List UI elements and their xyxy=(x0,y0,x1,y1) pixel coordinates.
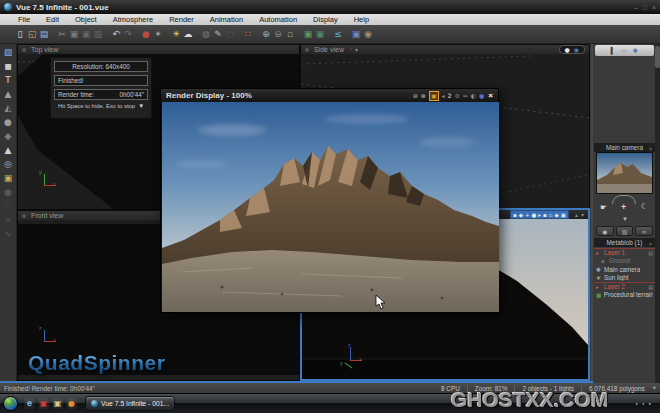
compare-icon[interactable]: ◐ xyxy=(471,92,476,100)
camera-toolbar-icon[interactable]: ◆ xyxy=(555,212,559,218)
save-file-icon[interactable]: ▤ xyxy=(38,28,50,41)
tray-icon-1[interactable]: ▪ xyxy=(636,395,638,413)
tree-item-action-icon[interactable]: ▤ xyxy=(648,284,653,290)
fit-view-icon[interactable]: ▣ xyxy=(429,91,439,101)
layers-icon[interactable]: ≤ xyxy=(332,28,344,41)
menu-item[interactable]: Help xyxy=(346,14,377,25)
menu-item[interactable]: Display xyxy=(305,14,346,25)
camera-toolbar-icon[interactable]: ▸ xyxy=(538,212,541,218)
terrain-tool-icon[interactable]: ▲ xyxy=(2,88,15,101)
orbit-mode-icon[interactable]: ◉ xyxy=(596,226,614,236)
loupe-icon[interactable]: ⊙ xyxy=(455,92,460,100)
close-icon[interactable]: × xyxy=(488,91,493,100)
scrollbar-thumb[interactable] xyxy=(655,46,660,68)
planet-tool-icon[interactable]: ◎ xyxy=(2,158,15,171)
zoom-mode-icon[interactable]: ∞ xyxy=(635,226,653,236)
open-file-icon[interactable]: ◱ xyxy=(26,28,38,41)
player-icon[interactable]: ● xyxy=(66,398,77,409)
rendered-image[interactable] xyxy=(162,102,499,312)
menu-item[interactable]: Render xyxy=(161,14,202,25)
camera-toolbar-icon[interactable]: ▪ xyxy=(543,212,547,218)
frame-mode-icon[interactable]: ▍ xyxy=(611,47,616,55)
planet-options-icon[interactable]: ◍ xyxy=(200,28,212,41)
tree-item-procedural-terrain[interactable]: ▦ Procedural terrain xyxy=(594,291,655,300)
display-options-icon[interactable]: ▣ xyxy=(350,28,362,41)
taskbar-app-button[interactable]: Vue 7.5 Infinite - 001... xyxy=(85,396,175,411)
scroll-down-icon[interactable]: ▾ xyxy=(581,211,584,218)
metablob-tool-icon[interactable]: ▣ xyxy=(2,172,15,185)
link-tool-disabled-icon[interactable]: ∞ xyxy=(2,214,15,227)
folder-icon[interactable]: ▣ xyxy=(52,398,63,409)
drop-object-icon[interactable]: ● xyxy=(140,28,152,41)
camera-toolbar-icon[interactable]: ▣ xyxy=(561,212,566,218)
cone-tool-icon[interactable]: ▲ xyxy=(2,144,15,157)
hand-tool-icon[interactable]: ☛ xyxy=(600,203,607,212)
zoom-in-icon[interactable]: ⊕ xyxy=(260,28,272,41)
tray-icon-3[interactable]: ▪ xyxy=(649,395,651,413)
browser-icon[interactable]: e xyxy=(24,398,35,409)
image-count-label[interactable]: 2 xyxy=(448,92,452,100)
tree-item-sun-light[interactable]: ☀ Sun light xyxy=(594,274,655,283)
menu-item[interactable]: Atmosphere xyxy=(105,14,161,25)
rock-tool-icon[interactable]: ● xyxy=(2,116,15,129)
bone-tool-disabled-icon[interactable]: ∿ xyxy=(2,228,15,241)
snapshot-icon[interactable]: ▫ xyxy=(284,28,296,41)
save-render-icon[interactable]: ● xyxy=(479,92,484,100)
menu-item[interactable]: Edit xyxy=(38,14,67,25)
terrain-edit-tool-icon[interactable]: ◭ xyxy=(2,102,15,115)
zoom-in-icon[interactable]: ⊕ xyxy=(421,92,426,100)
view-option-icon[interactable]: ◦ xyxy=(350,46,352,53)
gem-display-icon[interactable]: ❖ xyxy=(632,47,638,55)
collapse-arrow-icon[interactable]: ▼ xyxy=(138,103,144,109)
tree-item-layer1[interactable]: ▸ Layer 1 ▤ xyxy=(594,248,655,257)
render-area-icon[interactable]: ▣ xyxy=(314,28,326,41)
camera-pill-button[interactable]: ●◉ xyxy=(559,45,586,54)
duplicate-icon[interactable]: ▣ xyxy=(80,28,92,41)
render-display-titlebar[interactable]: Render Display - 100% ⊖⊕▣◂2⊙↔◐● × xyxy=(161,89,498,102)
material-editor-icon[interactable]: ✎ xyxy=(212,28,224,41)
copy-icon[interactable]: ▣ xyxy=(68,28,80,41)
redo-icon[interactable]: ↷ xyxy=(122,28,134,41)
camera-toolbar-icon[interactable]: ● xyxy=(531,212,536,218)
zoom-out-icon[interactable]: ⊖ xyxy=(272,28,284,41)
text-tool-icon[interactable]: T xyxy=(2,74,15,87)
pan-icon[interactable]: ↔ xyxy=(463,92,468,100)
select-tool-icon[interactable]: ▧ xyxy=(2,46,15,59)
orbit-icon[interactable]: ☾ xyxy=(641,202,648,211)
pan-mode-icon[interactable]: ▥ xyxy=(616,226,634,236)
camera-toolbar-icon[interactable]: ◆ xyxy=(519,212,523,218)
more-options-icon[interactable]: ⋯ xyxy=(621,47,628,55)
camera-panel-header[interactable]: Main camera ▲ xyxy=(594,143,655,152)
collapse-icon[interactable]: ▲ xyxy=(648,240,653,246)
collapse-icon[interactable]: ▲ xyxy=(648,145,653,151)
zoom-out-icon[interactable]: ⊖ xyxy=(413,92,418,100)
atmosphere-editor-icon[interactable]: ☀ xyxy=(170,28,182,41)
paste-icon[interactable]: ▥ xyxy=(92,28,104,41)
tree-item-action-icon[interactable]: ▤ xyxy=(648,250,653,256)
tree-item-layer2[interactable]: ▸ Layer 2 ▤ xyxy=(594,282,655,291)
prev-image-icon[interactable]: ◂ xyxy=(442,92,445,100)
main-render-icon[interactable]: ◉ xyxy=(362,28,374,41)
tree-item-ground[interactable]: ▪ Ground xyxy=(594,257,655,266)
maximize-button[interactable]: □ xyxy=(643,4,647,11)
pick-object-icon[interactable]: ✦ xyxy=(152,28,164,41)
group-tool-disabled-icon[interactable]: ◌ xyxy=(2,200,15,213)
right-panel-scrollbar[interactable] xyxy=(655,44,660,383)
drop-arrow-icon[interactable]: ▼ xyxy=(622,216,628,222)
camera-toolbar-icon[interactable]: ▫ xyxy=(549,212,553,218)
menu-item[interactable]: Automation xyxy=(251,14,305,25)
cloud-editor-icon[interactable]: ☁ xyxy=(182,28,194,41)
color-picker-icon[interactable]: ∷ xyxy=(242,28,254,41)
menu-item[interactable]: Animation xyxy=(202,14,251,25)
view-menu-icon[interactable]: ▾ xyxy=(355,46,358,53)
scroll-up-icon[interactable]: ▴ xyxy=(575,211,578,218)
camera-toolbar-icon[interactable]: + xyxy=(525,212,530,218)
cut-icon[interactable]: ✂ xyxy=(56,28,68,41)
camera-toolbar-icon[interactable]: ▪ xyxy=(513,212,517,218)
menu-item[interactable]: Object xyxy=(67,14,105,25)
stone-tool-icon[interactable]: ◆ xyxy=(2,130,15,143)
tree-item-main-camera[interactable]: ◉ Main camera xyxy=(594,265,655,274)
texture-icon[interactable]: ◌ xyxy=(224,28,236,41)
sphere-tool-disabled-icon[interactable]: ● xyxy=(2,186,15,199)
menu-item[interactable]: File xyxy=(10,14,38,25)
